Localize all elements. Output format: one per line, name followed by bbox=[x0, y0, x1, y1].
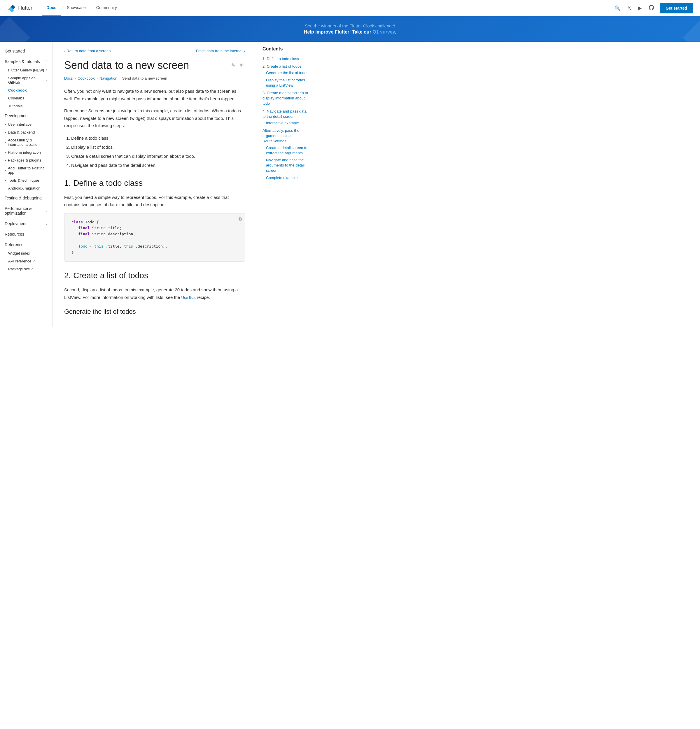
sidebar-item-codelabs[interactable]: Codelabs bbox=[0, 94, 52, 102]
chevron-down-icon: ⌄ bbox=[45, 49, 48, 53]
code-indent bbox=[71, 244, 76, 248]
contents-item-3: 3. Create a detail screen to display inf… bbox=[263, 90, 309, 106]
sidebar-item-package-site[interactable]: Package site ↗ bbox=[0, 265, 52, 273]
section2sub-heading: Generate the list of todos bbox=[64, 308, 245, 315]
contents-sublink[interactable]: Interactive example bbox=[266, 121, 299, 125]
sidebar-item-tools-techniques[interactable]: ▸ Tools & techniques bbox=[0, 176, 52, 184]
sidebar-item-add-flutter[interactable]: ▸ Add Flutter to existing app bbox=[0, 164, 52, 176]
chevron-up-icon: ⌃ bbox=[45, 60, 48, 63]
sidebar: Get started ⌄ Samples & tutorials ⌃ Flut… bbox=[0, 42, 52, 327]
arrow-right-icon: ▸ bbox=[5, 179, 6, 182]
sidebar-item-data-backend[interactable]: ▸ Data & backend bbox=[0, 128, 52, 136]
nav-showcase[interactable]: Showcase bbox=[62, 0, 90, 16]
sidebar-item-flutter-gallery[interactable]: Flutter Gallery [NEW] ↗ bbox=[0, 66, 52, 74]
copy-code-button[interactable]: ⧉ bbox=[238, 216, 242, 222]
intro-text-2: Remember: Screens are just widgets. In t… bbox=[64, 107, 245, 129]
contents-sub-5: Create a detail screen to extract the ar… bbox=[263, 145, 309, 180]
contents-sublink[interactable]: Create a detail screen to extract the ar… bbox=[266, 145, 308, 155]
nav-docs[interactable]: Docs bbox=[42, 0, 61, 16]
contents-item-4: 4. Navigate and pass data to the detail … bbox=[263, 109, 309, 126]
prev-page-link[interactable]: ‹ Return data from a screen bbox=[64, 49, 110, 53]
contents-sublink[interactable]: Display the list of todos using a ListVi… bbox=[266, 78, 305, 87]
external-link-icon: ↗ bbox=[31, 267, 33, 271]
arrow-right-icon: ▸ bbox=[5, 131, 6, 134]
nav-community[interactable]: Community bbox=[91, 0, 122, 16]
breadcrumb: Docs › Cookbook › Navigation › Send data… bbox=[64, 76, 245, 80]
arrow-right-icon: ▸ bbox=[5, 151, 6, 154]
breadcrumb-navigation[interactable]: Navigation bbox=[99, 76, 117, 80]
sidebar-section-resources: Resources ⌄ bbox=[0, 229, 52, 239]
sidebar-item-label: Platform integration bbox=[8, 150, 41, 155]
contents-sublink[interactable]: Navigate and pass the arguments to the d… bbox=[266, 158, 305, 173]
banner-line2: Help improve Flutter! Take our Q1 survey… bbox=[7, 29, 693, 35]
search-icon[interactable]: 🔍 bbox=[613, 4, 622, 12]
contents-sublink[interactable]: Generate the list of todos bbox=[266, 71, 308, 75]
breadcrumb-docs[interactable]: Docs bbox=[64, 76, 73, 80]
banner-line1: See the winners of the Flutter Clock cha… bbox=[7, 23, 693, 28]
sidebar-item-label: Tools & techniques bbox=[8, 178, 40, 183]
sidebar-item-api-reference[interactable]: API reference ↗ bbox=[0, 257, 52, 265]
contents-subitem: Complete example bbox=[266, 175, 309, 180]
sidebar-item-sample-apps[interactable]: Sample apps on GitHub ↗ bbox=[0, 74, 52, 86]
breadcrumb-cookbook[interactable]: Cookbook bbox=[78, 76, 95, 80]
youtube-icon[interactable]: ▶ bbox=[637, 4, 643, 12]
sidebar-deployment-header[interactable]: Deployment ⌄ bbox=[0, 219, 52, 228]
sidebar-item-accessibility[interactable]: ▸ Accessibility & internationalization bbox=[0, 136, 52, 148]
contents-sub-4: Interactive example bbox=[263, 121, 309, 126]
chevron-down-icon: ⌄ bbox=[45, 209, 48, 213]
sidebar-item-platform-integration[interactable]: ▸ Platform integration bbox=[0, 148, 52, 156]
sidebar-performance-header[interactable]: Performance & optimization ⌄ bbox=[0, 204, 52, 218]
edit-page-button[interactable]: ✎ bbox=[230, 61, 236, 69]
contents-item-5: Alternatively, pass the arguments using … bbox=[263, 128, 309, 180]
contents-sublink[interactable]: Complete example bbox=[266, 176, 298, 180]
breadcrumb-sep-1: › bbox=[75, 76, 76, 80]
breadcrumb-current: Send data to a new screen bbox=[122, 76, 167, 80]
twitter-icon[interactable]: 𝕏 bbox=[626, 4, 632, 12]
top-nav: Flutter Docs Showcase Community 🔍 𝕏 ▶ Ge… bbox=[0, 0, 700, 16]
sidebar-deployment-label: Deployment bbox=[5, 221, 26, 226]
github-icon[interactable] bbox=[648, 4, 655, 13]
code-keyword: class bbox=[71, 220, 83, 224]
breadcrumb-sep-2: › bbox=[97, 76, 98, 80]
arrow-right-icon: ▸ bbox=[5, 169, 6, 172]
sidebar-section-deployment: Deployment ⌄ bbox=[0, 219, 52, 228]
logo[interactable]: Flutter bbox=[7, 4, 32, 12]
sidebar-reference-header[interactable]: Reference ⌃ bbox=[0, 240, 52, 249]
sidebar-item-widget-index[interactable]: Widget index bbox=[0, 249, 52, 257]
next-page-link[interactable]: Fetch data from the internet › bbox=[196, 49, 245, 53]
contents-subitem: Create a detail screen to extract the ar… bbox=[266, 145, 309, 156]
sidebar-item-user-interface[interactable]: ▸ User interface bbox=[0, 121, 52, 128]
banner-survey-link[interactable]: Q1 survey bbox=[372, 29, 395, 35]
contents-link-5[interactable]: Alternatively, pass the arguments using … bbox=[263, 128, 299, 143]
contents-link-3[interactable]: 3. Create a detail screen to display inf… bbox=[263, 91, 308, 106]
sidebar-section-get-started: Get started ⌄ bbox=[0, 46, 52, 56]
sidebar-samples-label: Samples & tutorials bbox=[5, 59, 40, 64]
get-started-button[interactable]: Get started bbox=[660, 3, 693, 13]
code-normal: ( bbox=[90, 244, 92, 248]
contents-link-1[interactable]: 1. Define a todo class bbox=[263, 57, 299, 61]
code-normal: description; bbox=[108, 232, 135, 236]
sidebar-item-cookbook[interactable]: Cookbook bbox=[0, 86, 52, 94]
arrow-right-icon: ▸ bbox=[5, 141, 6, 144]
sidebar-samples-header[interactable]: Samples & tutorials ⌃ bbox=[0, 57, 52, 66]
sidebar-resources-header[interactable]: Resources ⌄ bbox=[0, 229, 52, 239]
use-lists-link[interactable]: Use lists bbox=[182, 295, 196, 300]
sidebar-item-label: Accessibility & internationalization bbox=[8, 138, 48, 147]
sidebar-item-packages-plugins[interactable]: ▸ Packages & plugins bbox=[0, 156, 52, 164]
chevron-down-icon: ⌄ bbox=[45, 196, 48, 200]
sidebar-section-reference: Reference ⌃ Widget index API reference ↗… bbox=[0, 240, 52, 273]
section2-text-post: recipe. bbox=[196, 295, 210, 300]
sidebar-item-label: Data & backend bbox=[8, 130, 35, 134]
sidebar-item-androidx[interactable]: AndroidX migration bbox=[0, 184, 52, 192]
contents-link-2[interactable]: 2. Create a list of todos bbox=[263, 64, 302, 68]
code-normal: Todo { bbox=[85, 220, 99, 224]
sidebar-development-header[interactable]: Development ⌃ bbox=[0, 111, 52, 121]
report-bug-button[interactable]: ⚛ bbox=[238, 61, 245, 69]
contents-link-4[interactable]: 4. Navigate and pass data to the detail … bbox=[263, 109, 306, 119]
sidebar-get-started-header[interactable]: Get started ⌄ bbox=[0, 46, 52, 56]
sidebar-testing-header[interactable]: Testing & debugging ⌄ bbox=[0, 193, 52, 203]
sidebar-item-tutorials[interactable]: Tutorials bbox=[0, 102, 52, 110]
contents-item-1: 1. Define a todo class bbox=[263, 56, 309, 61]
section2-text-pre: Second, display a list of todos. In this… bbox=[64, 287, 238, 300]
chevron-up-icon: ⌃ bbox=[45, 114, 48, 118]
